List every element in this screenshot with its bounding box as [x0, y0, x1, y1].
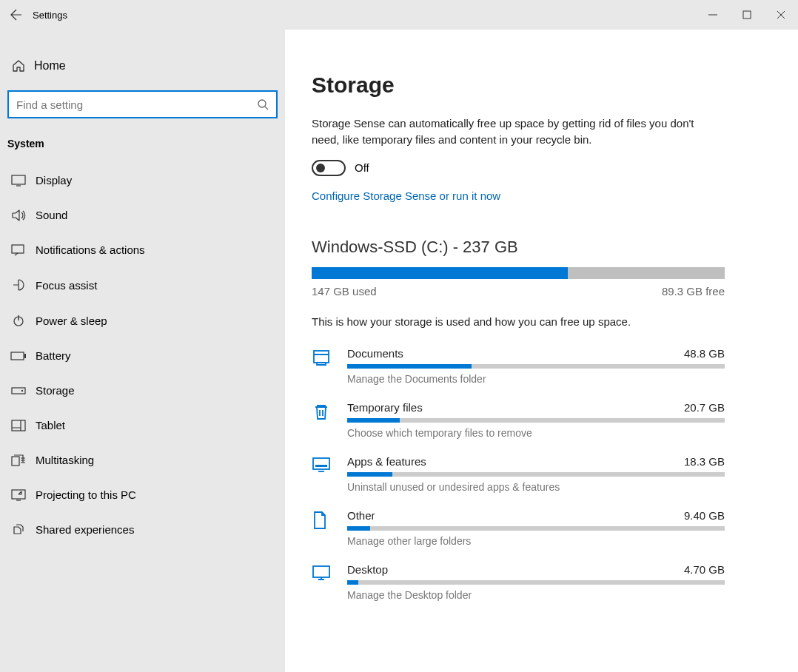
sidebar-item-label: Shared experiences	[36, 523, 134, 536]
search-box[interactable]	[7, 90, 278, 118]
sidebar-item-label: Sound	[36, 209, 67, 221]
storage-sense-description: Storage Sense can automatically free up …	[312, 115, 711, 148]
sidebar-item-shared-experiences[interactable]: Shared experiences	[0, 512, 285, 547]
category-name: Temporary files	[347, 401, 423, 414]
sidebar-item-label: Storage	[36, 384, 75, 397]
category-size: 20.7 GB	[684, 401, 725, 414]
category-bar	[347, 526, 725, 531]
sidebar-item-label: Multitasking	[36, 454, 94, 466]
storage-category-row[interactable]: Temporary files20.7 GBChoose which tempo…	[312, 401, 725, 439]
multitasking-icon	[9, 454, 28, 466]
svg-rect-5	[11, 352, 24, 360]
sidebar-item-multitasking[interactable]: Multitasking	[0, 443, 285, 477]
svg-rect-6	[24, 354, 26, 358]
category-bar	[347, 580, 725, 585]
usage-description: This is how your storage is used and how…	[312, 315, 771, 328]
power-icon	[9, 314, 28, 327]
page-title: Storage	[312, 73, 771, 98]
sidebar-item-label: Notifications & actions	[36, 243, 145, 256]
svg-rect-10	[12, 457, 19, 466]
category-name: Other	[347, 509, 375, 522]
focus-assist-icon	[9, 278, 28, 292]
drive-usage-bar	[312, 267, 725, 279]
svg-point-1	[258, 100, 266, 107]
category-icon	[312, 401, 347, 439]
category-icon	[312, 563, 347, 601]
tablet-icon	[9, 420, 28, 431]
back-button[interactable]	[0, 0, 33, 30]
category-bar	[347, 472, 725, 477]
sidebar-item-label: Power & sleep	[36, 315, 107, 327]
sidebar-item-display[interactable]: Display	[0, 163, 285, 198]
storage-sense-toggle[interactable]	[312, 160, 346, 176]
drive-title: Windows-SSD (C:) - 237 GB	[312, 238, 771, 257]
svg-rect-0	[743, 11, 751, 19]
svg-rect-2	[12, 175, 25, 184]
sidebar-section-label: System	[0, 133, 285, 163]
sidebar-item-projecting[interactable]: Projecting to this PC	[0, 477, 285, 512]
sidebar-item-notifications[interactable]: Notifications & actions	[0, 232, 285, 267]
drive-used-label: 147 GB used	[312, 285, 377, 298]
sidebar-item-label: Tablet	[36, 419, 65, 431]
battery-icon	[9, 352, 28, 360]
sidebar-item-label: Display	[36, 174, 72, 187]
category-size: 9.40 GB	[684, 509, 725, 522]
sidebar-item-focus-assist[interactable]: Focus assist	[0, 267, 285, 303]
projecting-icon	[9, 489, 28, 501]
storage-category-row[interactable]: Apps & features18.3 GBUninstall unused o…	[312, 455, 725, 493]
category-name: Documents	[347, 347, 403, 360]
sidebar-item-power-sleep[interactable]: Power & sleep	[0, 303, 285, 338]
storage-sense-toggle-label: Off	[355, 161, 369, 174]
configure-storage-sense-link[interactable]: Configure Storage Sense or run it now	[312, 189, 500, 202]
minimize-icon	[708, 10, 717, 19]
minimize-button[interactable]	[696, 0, 730, 30]
category-hint: Choose which temporary files to remove	[347, 427, 725, 439]
content-area: Storage Storage Sense can automatically …	[285, 30, 798, 672]
shared-experiences-icon	[9, 524, 28, 536]
sidebar: Home System Display Sound Notifications …	[0, 30, 285, 672]
display-icon	[9, 175, 28, 187]
category-hint: Manage the Documents folder	[347, 373, 725, 385]
arrow-left-icon	[10, 9, 22, 21]
sidebar-item-sound[interactable]: Sound	[0, 198, 285, 232]
home-icon	[9, 59, 28, 73]
maximize-icon	[742, 10, 751, 19]
sidebar-item-label: Battery	[36, 349, 71, 362]
category-size: 4.70 GB	[684, 563, 725, 576]
category-name: Apps & features	[347, 455, 426, 468]
storage-category-row[interactable]: Desktop4.70 GBManage the Desktop folder	[312, 563, 725, 601]
category-icon	[312, 455, 347, 493]
storage-category-row[interactable]: Other9.40 GBManage other large folders	[312, 509, 725, 547]
sound-icon	[9, 209, 28, 221]
category-bar	[347, 364, 725, 369]
category-icon	[312, 347, 347, 385]
sidebar-home-label: Home	[34, 59, 66, 73]
notifications-icon	[9, 244, 28, 256]
sidebar-item-storage[interactable]: Storage	[0, 373, 285, 408]
storage-category-row[interactable]: Documents48.8 GBManage the Documents fol…	[312, 347, 725, 385]
svg-point-8	[21, 389, 23, 391]
titlebar: Settings	[0, 0, 798, 30]
close-button[interactable]	[764, 0, 798, 30]
svg-rect-15	[313, 566, 329, 577]
category-name: Desktop	[347, 563, 388, 576]
maximize-button[interactable]	[730, 0, 764, 30]
sidebar-item-label: Focus assist	[36, 279, 97, 292]
svg-rect-13	[313, 458, 329, 469]
storage-icon	[9, 387, 28, 394]
drive-free-label: 89.3 GB free	[662, 285, 725, 298]
search-input[interactable]	[16, 98, 257, 111]
sidebar-item-label: Projecting to this PC	[36, 488, 136, 501]
category-size: 48.8 GB	[684, 347, 725, 360]
close-icon	[777, 10, 785, 19]
svg-rect-14	[315, 465, 327, 467]
sidebar-home[interactable]: Home	[0, 52, 285, 80]
category-size: 18.3 GB	[684, 455, 725, 468]
search-icon	[257, 98, 269, 110]
category-hint: Manage the Desktop folder	[347, 589, 725, 601]
sidebar-item-tablet[interactable]: Tablet	[0, 408, 285, 443]
svg-rect-7	[12, 388, 25, 394]
svg-rect-3	[12, 245, 24, 253]
category-hint: Uninstall unused or undesired apps & fea…	[347, 481, 725, 493]
sidebar-item-battery[interactable]: Battery	[0, 338, 285, 373]
